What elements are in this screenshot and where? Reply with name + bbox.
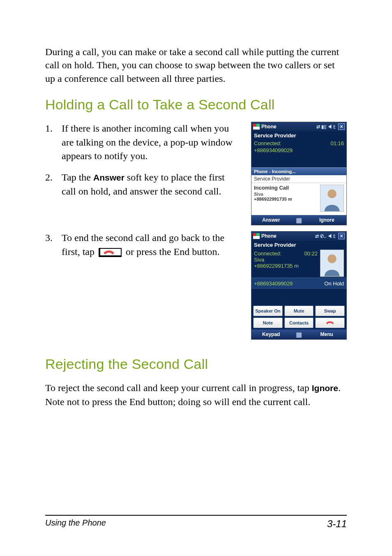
heading-rejecting-call: Rejecting the Second Call bbox=[45, 356, 347, 372]
page-footer: Using the Phone 3-11 bbox=[45, 515, 347, 530]
answer-softkey-label: Answer bbox=[93, 173, 125, 182]
phone-screenshot-incoming: Phone ⇄ ▮▯ ◀ミ × Service Provider Connect… bbox=[251, 122, 347, 225]
speaker-icon: ◀ミ bbox=[327, 124, 337, 130]
answer-softkey[interactable]: Answer bbox=[251, 217, 291, 223]
step-number: 2. bbox=[45, 171, 62, 198]
connected-number: +886934099029 bbox=[254, 147, 293, 153]
close-icon[interactable]: × bbox=[338, 123, 345, 130]
svg-point-1 bbox=[327, 190, 336, 198]
heading-holding-call: Holding a Call to Take a Second Call bbox=[45, 97, 347, 113]
swap-button[interactable]: Swap bbox=[315, 306, 345, 316]
list-item: 1. If there is another incoming call whe… bbox=[45, 122, 241, 163]
connected-label: Connected: bbox=[254, 140, 281, 146]
footer-section-title: Using the Phone bbox=[45, 518, 106, 530]
step-number: 1. bbox=[45, 122, 62, 163]
start-flag-icon bbox=[253, 124, 260, 130]
service-provider-label: Service Provider bbox=[251, 241, 346, 249]
start-flag-icon bbox=[253, 233, 260, 239]
step-text: If there is another incoming call when y… bbox=[62, 122, 241, 163]
speaker-icon: ◀ミ bbox=[327, 233, 337, 239]
connectivity-icon: ⇄ bbox=[316, 124, 320, 130]
phone-screenshot-active: Phone ⇄ ✆.. ◀ミ × Service Provider Connec… bbox=[251, 231, 347, 340]
connectivity-icon: ⇄ bbox=[315, 234, 319, 239]
elapsed-time: 01:16 bbox=[330, 140, 344, 146]
popup-provider: Service Provider bbox=[251, 175, 346, 183]
window-title: Phone bbox=[261, 233, 277, 239]
phone-status-icon: ✆.. bbox=[320, 234, 326, 239]
note-button[interactable]: Note bbox=[253, 317, 283, 328]
step-post: or press the End button. bbox=[126, 246, 220, 257]
steps-list-a: 1. If there is another incoming call whe… bbox=[45, 122, 241, 198]
incoming-popup-title: Phone - Incoming... bbox=[251, 167, 346, 175]
list-item: 2. Tap the Answer soft key to place the … bbox=[45, 171, 241, 198]
signal-icon: ▮▯ bbox=[321, 124, 326, 130]
close-icon[interactable]: × bbox=[338, 233, 345, 239]
end-call-button[interactable] bbox=[315, 317, 345, 328]
footer-page-number: 3-11 bbox=[327, 518, 347, 530]
hold-label: On Hold bbox=[324, 280, 344, 287]
step-text: To end the second call and go back to th… bbox=[62, 231, 241, 259]
step-text: Tap the Answer soft key to place the fir… bbox=[62, 171, 241, 198]
ignore-softkey[interactable]: Ignore bbox=[307, 217, 347, 223]
elapsed-time: 00:22 bbox=[304, 250, 318, 257]
hold-number: +886934099029 bbox=[254, 280, 293, 287]
svg-point-3 bbox=[327, 255, 336, 263]
window-title: Phone bbox=[261, 124, 277, 130]
intro-paragraph: During a call, you can make or take a se… bbox=[45, 45, 347, 85]
speaker-on-button[interactable]: Speaker On bbox=[253, 306, 283, 316]
reject-pre: To reject the second call and keep your … bbox=[45, 382, 312, 393]
ignore-label: Ignore bbox=[312, 383, 338, 393]
keypad-softkey[interactable]: Keypad bbox=[251, 331, 291, 337]
contacts-button[interactable]: Contacts bbox=[284, 317, 314, 328]
sip-icon[interactable]: ▦ bbox=[291, 331, 307, 338]
step-pre: Tap the bbox=[62, 172, 93, 183]
caller-avatar bbox=[320, 185, 344, 212]
end-call-button-icon bbox=[99, 248, 122, 257]
menu-softkey[interactable]: Menu bbox=[307, 331, 347, 337]
window-titlebar: Phone ⇄ ▮▯ ◀ミ × bbox=[251, 122, 346, 131]
mute-button[interactable]: Mute bbox=[284, 306, 314, 316]
reject-paragraph: To reject the second call and keep your … bbox=[45, 381, 347, 409]
step-number: 3. bbox=[45, 231, 62, 259]
caller-avatar bbox=[320, 250, 344, 277]
connected-label: Connected: bbox=[254, 250, 281, 257]
service-provider-label: Service Provider bbox=[251, 131, 346, 139]
list-item: 3. To end the second call and go back to… bbox=[45, 231, 241, 259]
window-titlebar: Phone ⇄ ✆.. ◀ミ × bbox=[251, 232, 346, 241]
sip-icon[interactable]: ▦ bbox=[291, 216, 307, 224]
steps-list-b: 3. To end the second call and go back to… bbox=[45, 231, 241, 259]
